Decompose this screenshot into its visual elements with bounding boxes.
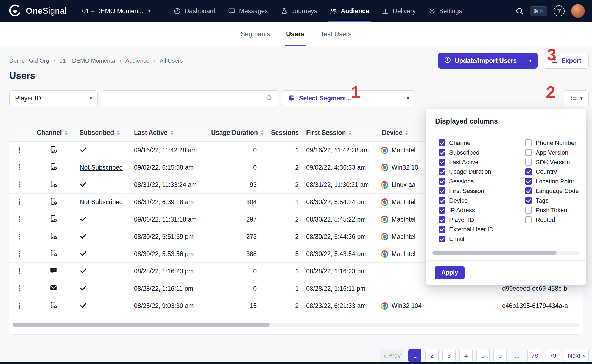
checkbox-checked-icon[interactable] xyxy=(525,197,532,204)
checkbox-checked-icon[interactable] xyxy=(439,197,445,204)
help-icon[interactable]: ? xyxy=(554,5,565,16)
tab-users[interactable]: Users xyxy=(279,22,312,46)
column-header-subscribed[interactable]: Subscribed xyxy=(73,129,127,136)
checkbox-checked-icon[interactable] xyxy=(439,187,445,194)
checkbox-checked-icon[interactable] xyxy=(525,178,532,185)
prev-page-button[interactable]: ‹Prev xyxy=(380,349,404,363)
column-toggle-last-active[interactable]: Last Active xyxy=(439,157,525,167)
nav-item-audience[interactable]: Audience xyxy=(324,0,375,22)
column-toggle-country[interactable]: Country xyxy=(525,167,579,177)
scrollbar-thumb[interactable] xyxy=(13,323,270,327)
sort-icon[interactable] xyxy=(405,130,408,135)
column-toggle-ip-adress[interactable]: IP Adress xyxy=(439,205,525,215)
popover-scrollbar-thumb[interactable] xyxy=(432,251,557,255)
column-toggle-sessions[interactable]: Sessions xyxy=(439,177,525,186)
column-toggle-sdk-version[interactable]: SDK Version xyxy=(525,157,579,167)
checkbox-checked-icon[interactable] xyxy=(439,226,445,233)
nav-item-journeys[interactable]: Journeys xyxy=(275,0,323,22)
sort-icon[interactable] xyxy=(117,130,120,135)
not-subscribed-link[interactable]: Not Subscribed xyxy=(80,164,123,171)
checkbox-checked-icon[interactable] xyxy=(525,168,532,175)
column-toggle-language-code[interactable]: Language Code xyxy=(525,186,579,196)
kebab-menu-icon[interactable]: ⋮ xyxy=(16,302,23,310)
kebab-menu-icon[interactable]: ⋮ xyxy=(16,215,23,223)
page-button-79[interactable]: 79 xyxy=(546,349,560,363)
checkbox-unchecked-icon[interactable] xyxy=(525,159,532,166)
column-toggle-location-point[interactable]: Location Point xyxy=(525,177,579,186)
column-toggle-phone-number[interactable]: Phone Number xyxy=(525,138,579,148)
checkbox-checked-icon[interactable] xyxy=(439,207,445,214)
search-icon[interactable] xyxy=(266,94,273,103)
column-toggle-rooted[interactable]: Rooted xyxy=(525,215,579,225)
checkbox-unchecked-icon[interactable] xyxy=(525,139,532,146)
column-header-usage_duration[interactable]: Usage Duration xyxy=(202,129,268,136)
user-avatar[interactable] xyxy=(571,4,585,18)
onesignal-logo[interactable]: OneSignal xyxy=(8,4,66,18)
popover-scrollbar-track[interactable] xyxy=(432,251,579,255)
page-button-2[interactable]: 2 xyxy=(425,349,439,363)
kebab-menu-icon[interactable]: ⋮ xyxy=(16,146,23,154)
scrollbar-track[interactable] xyxy=(13,323,579,327)
kebab-menu-icon[interactable]: ⋮ xyxy=(16,164,23,171)
breadcrumb-item-01-demo-momenta[interactable]: 01 – DEMO Momenta xyxy=(59,57,115,64)
nav-item-dashboard[interactable]: Dashboard xyxy=(168,0,221,22)
checkbox-checked-icon[interactable] xyxy=(439,139,445,146)
checkbox-checked-icon[interactable] xyxy=(439,216,445,223)
update-import-users-button[interactable]: Update/Import Users ▾ xyxy=(438,53,538,69)
sort-icon[interactable] xyxy=(65,130,68,135)
nav-item-messages[interactable]: Messages xyxy=(223,0,273,22)
tab-test-users[interactable]: Test Users xyxy=(313,22,359,46)
checkbox-checked-icon[interactable] xyxy=(439,159,445,166)
update-import-dropdown-toggle[interactable]: ▾ xyxy=(523,53,538,69)
checkbox-checked-icon[interactable] xyxy=(439,149,445,156)
sort-icon[interactable] xyxy=(170,130,174,135)
column-toggle-tags[interactable]: Tags xyxy=(525,196,579,205)
tab-segments[interactable]: Segments xyxy=(233,22,277,46)
kebab-menu-icon[interactable]: ⋮ xyxy=(16,233,23,240)
checkbox-checked-icon[interactable] xyxy=(439,236,445,242)
kebab-menu-icon[interactable]: ⋮ xyxy=(16,285,23,292)
checkbox-checked-icon[interactable] xyxy=(439,168,445,175)
breadcrumb-item-audience[interactable]: Audience xyxy=(125,57,149,64)
apply-button[interactable]: Apply xyxy=(435,266,465,279)
column-toggle-first-session[interactable]: First Session xyxy=(439,186,525,196)
column-header-first_session[interactable]: First Session xyxy=(303,129,380,136)
field-selector-dropdown[interactable]: Player ID ▾ xyxy=(9,90,98,106)
column-toggle-push-token[interactable]: Push Token xyxy=(525,205,579,215)
column-toggle-player-id[interactable]: Player ID xyxy=(439,215,525,225)
page-button-1[interactable]: 1 xyxy=(408,349,421,363)
nav-item-delivery[interactable]: Delivery xyxy=(376,0,421,22)
checkbox-unchecked-icon[interactable] xyxy=(525,216,532,223)
displayed-columns-button[interactable]: ▾ xyxy=(564,90,589,106)
not-subscribed-link[interactable]: Not Subscribed xyxy=(80,198,123,206)
column-header-channel[interactable]: Channel xyxy=(29,129,73,136)
column-toggle-app-version[interactable]: App Version xyxy=(525,148,579,157)
kebab-menu-icon[interactable]: ⋮ xyxy=(16,267,23,275)
column-toggle-subscribed[interactable]: Subscribed xyxy=(439,148,525,157)
segment-selector-dropdown[interactable]: Select Segment... ▾ xyxy=(282,90,415,106)
breadcrumb-item-demo-paid-org[interactable]: Demo Paid Org xyxy=(9,57,49,64)
page-button-78[interactable]: 78 xyxy=(527,349,542,363)
column-toggle-email[interactable]: Email xyxy=(439,234,525,244)
checkbox-unchecked-icon[interactable] xyxy=(525,149,532,156)
page-button-3[interactable]: 3 xyxy=(442,349,456,363)
checkbox-checked-icon[interactable] xyxy=(525,187,532,194)
nav-item-settings[interactable]: Settings xyxy=(423,0,468,22)
kebab-menu-icon[interactable]: ⋮ xyxy=(16,250,23,258)
page-button-5[interactable]: 5 xyxy=(476,349,490,363)
column-header-last_active[interactable]: Last Active xyxy=(127,129,202,136)
search-icon[interactable] xyxy=(515,7,524,15)
search-input[interactable] xyxy=(106,95,266,102)
column-toggle-channel[interactable]: Channel xyxy=(439,138,525,148)
column-toggle-external-user-id[interactable]: External User ID xyxy=(439,225,525,234)
column-toggle-device[interactable]: Device xyxy=(439,196,525,205)
sort-icon[interactable] xyxy=(348,130,352,135)
page-button-4[interactable]: 4 xyxy=(459,349,473,363)
checkbox-unchecked-icon[interactable] xyxy=(525,207,532,214)
kebab-menu-icon[interactable]: ⋮ xyxy=(16,198,23,206)
app-selector[interactable]: 01 – DEMO Momen... ▾ xyxy=(82,7,150,15)
kebab-menu-icon[interactable]: ⋮ xyxy=(16,181,23,189)
sort-icon[interactable] xyxy=(261,130,264,135)
checkbox-checked-icon[interactable] xyxy=(439,178,445,185)
column-toggle-usage-duration[interactable]: Usage Duration xyxy=(439,167,525,177)
